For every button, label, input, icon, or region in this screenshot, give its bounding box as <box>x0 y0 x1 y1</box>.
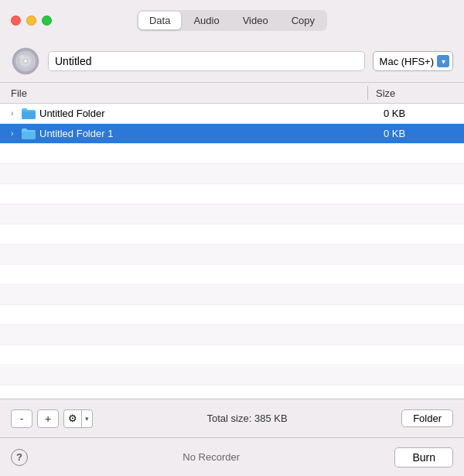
disc-row: Mac (HFS+) ▾ <box>0 40 464 82</box>
traffic-lights <box>11 15 52 26</box>
status-bar: ? No Recorder Burn <box>0 437 464 476</box>
add-button[interactable]: + <box>37 409 59 428</box>
bottom-toolbar: - + ⚙ ▾ Total size: 385 KB Folder <box>0 399 464 437</box>
minimize-button[interactable] <box>26 15 36 26</box>
format-label: Mac (HFS+) <box>380 56 434 67</box>
remove-button[interactable]: - <box>11 409 32 428</box>
empty-row <box>0 265 464 285</box>
empty-row <box>0 204 464 224</box>
tab-video[interactable]: Video <box>232 12 279 29</box>
empty-rows <box>0 144 464 399</box>
disc-icon <box>11 46 40 76</box>
help-button[interactable]: ? <box>11 449 28 466</box>
empty-row <box>0 325 464 345</box>
row-filename: Untitled Folder <box>39 108 384 119</box>
table-row[interactable]: › Untitled Folder 1 0 KB <box>0 124 464 144</box>
empty-row <box>0 184 464 204</box>
disc-svg-icon <box>12 47 39 75</box>
titlebar: Data Audio Video Copy <box>0 0 464 40</box>
row-filesize: 0 KB <box>384 108 453 119</box>
gear-button[interactable]: ⚙ ▾ <box>63 409 93 428</box>
empty-row <box>0 285 464 305</box>
file-area: › Untitled Folder 0 KB › Untitled Folder… <box>0 104 464 399</box>
folder-icon <box>22 128 36 139</box>
svg-point-4 <box>25 60 27 63</box>
close-button[interactable] <box>11 15 21 26</box>
tab-group: Data Audio Video Copy <box>137 10 327 31</box>
folder-icon <box>22 108 36 119</box>
empty-row <box>0 245 464 265</box>
empty-row <box>0 385 464 399</box>
recorder-status: No Recorder <box>28 451 394 463</box>
table-row[interactable]: › Untitled Folder 0 KB <box>0 104 464 124</box>
col-size-header: Size <box>376 87 453 99</box>
row-expand-arrow: › <box>11 129 22 138</box>
tab-data[interactable]: Data <box>138 12 181 29</box>
empty-row <box>0 144 464 164</box>
maximize-button[interactable] <box>42 15 52 26</box>
tab-audio[interactable]: Audio <box>183 12 230 29</box>
row-expand-arrow: › <box>11 109 22 118</box>
col-divider <box>367 86 368 100</box>
empty-row <box>0 224 464 245</box>
gear-icon: ⚙ <box>64 413 81 424</box>
tab-copy[interactable]: Copy <box>281 12 326 29</box>
row-filesize: 0 KB <box>384 128 453 139</box>
empty-row <box>0 164 464 184</box>
format-chevron-icon: ▾ <box>437 55 449 67</box>
row-filename: Untitled Folder 1 <box>39 128 384 139</box>
format-select[interactable]: Mac (HFS+) ▾ <box>373 51 453 71</box>
empty-row <box>0 365 464 385</box>
file-list-header: File Size <box>0 82 464 104</box>
empty-row <box>0 305 464 325</box>
new-folder-button[interactable]: Folder <box>401 409 453 427</box>
file-list: › Untitled Folder 0 KB › Untitled Folder… <box>0 104 464 399</box>
gear-dropdown-arrow: ▾ <box>82 415 92 423</box>
empty-row <box>0 345 464 365</box>
main-content: Mac (HFS+) ▾ File Size › Untitled Folder… <box>0 40 464 476</box>
burn-button[interactable]: Burn <box>394 447 453 467</box>
col-file-header: File <box>11 87 367 99</box>
disc-name-input[interactable] <box>48 51 365 71</box>
total-size-label: Total size: 385 KB <box>97 413 397 424</box>
